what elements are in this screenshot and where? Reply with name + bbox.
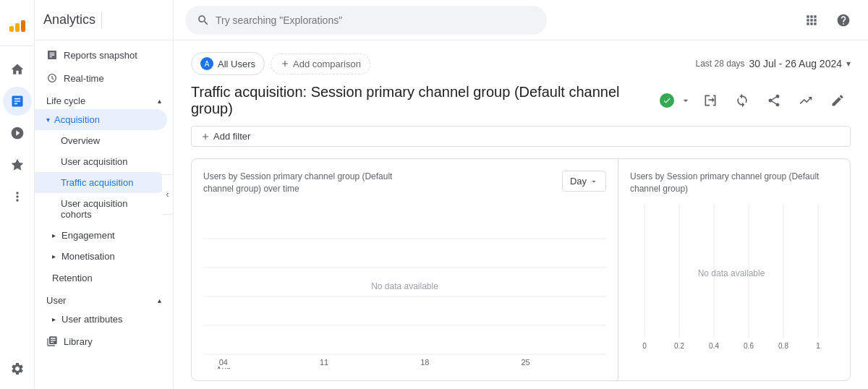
title-expand-icon[interactable]: [680, 95, 692, 106]
last-days-label: Last 28 days: [696, 59, 745, 69]
share-btn[interactable]: [761, 87, 787, 114]
lifecycle-chevron: [158, 97, 161, 105]
retention-label: Retention: [52, 273, 93, 283]
sidebar-item-reports-snapshot[interactable]: Reports snapshot: [35, 43, 167, 67]
configure-icon-btn[interactable]: [3, 182, 32, 211]
date-range-value: 30 Jul - 26 Aug 2024: [749, 58, 842, 69]
main-layout: A All Users Add comparison Last 28 days …: [174, 0, 868, 389]
add-comparison-chip[interactable]: Add comparison: [271, 54, 370, 74]
sidebar-item-overview[interactable]: Overview: [35, 130, 167, 151]
edit-btn[interactable]: [825, 87, 851, 114]
svg-text:25: 25: [521, 358, 529, 367]
sidebar-header: Analytics: [35, 0, 173, 40]
page-title: Traffic acquisition: Session primary cha…: [191, 84, 654, 117]
chart-area-right: No data available 0 0.2 0.4 0.6 0.8 1: [630, 204, 838, 363]
acquisition-chevron: [46, 116, 50, 124]
chart-area-left: No data available 04 Aug 11 18 25: [203, 210, 606, 369]
library-label: Library: [64, 336, 93, 347]
help-icon-btn[interactable]: [830, 7, 856, 33]
overview-label: Overview: [61, 135, 100, 146]
chart-left: Users by Session primary channel group (…: [192, 159, 618, 380]
monetisation-label: Monetisation: [61, 251, 115, 262]
svg-text:18: 18: [420, 358, 429, 367]
add-filter-btn[interactable]: Add filter: [191, 126, 851, 147]
monetisation-chevron: [52, 252, 56, 260]
svg-text:0.2: 0.2: [674, 342, 684, 350]
sidebar-item-engagement[interactable]: Engagement: [35, 225, 173, 246]
chart-svg-left: No data available 04 Aug 11 18 25: [203, 210, 606, 369]
day-select[interactable]: Day: [562, 171, 606, 192]
sidebar-item-user-attributes[interactable]: User attributes: [35, 309, 173, 330]
logo-area: [0, 6, 34, 46]
home-icon-btn[interactable]: [3, 55, 32, 84]
sidebar-item-real-time[interactable]: Real-time: [35, 67, 167, 90]
svg-text:0.8: 0.8: [778, 342, 788, 350]
sidebar-panel: Analytics Reports snapshot Real-time Lif…: [35, 0, 174, 389]
sidebar-item-user-acquisition[interactable]: User acquisition: [35, 151, 167, 172]
svg-text:0.4: 0.4: [709, 342, 719, 350]
user-chevron: [158, 296, 161, 304]
acquisition-label: Acquisition: [54, 114, 100, 125]
apps-icon-btn[interactable]: [799, 7, 825, 33]
sidebar-item-user-acquisition-cohorts[interactable]: User acquisition cohorts: [35, 193, 167, 225]
analytics-logo: [9, 20, 25, 32]
verified-badge: [660, 93, 674, 108]
chart-right-title: Users by Session primary channel group (…: [630, 171, 838, 195]
main-content-panel: A All Users Add comparison Last 28 days …: [174, 40, 868, 389]
engagement-chevron: [52, 231, 56, 239]
search-icon: [197, 14, 210, 27]
svg-text:11: 11: [320, 358, 328, 367]
add-filter-icon: [200, 132, 210, 142]
user-attributes-label: User attributes: [61, 314, 123, 325]
header-divider: [101, 12, 102, 29]
trend-btn[interactable]: [793, 87, 819, 114]
search-input[interactable]: [216, 14, 535, 26]
sidebar-item-library[interactable]: Library: [35, 330, 167, 353]
reports-snapshot-label: Reports snapshot: [64, 50, 137, 61]
search-bar[interactable]: [185, 6, 547, 35]
reports-icon-btn[interactable]: [3, 87, 32, 116]
user-label: User: [46, 295, 66, 306]
user-section[interactable]: User: [35, 289, 173, 309]
traffic-acquisition-label: Traffic acquisition: [61, 177, 133, 188]
user-acquisition-label: User acquisition: [61, 156, 128, 167]
settings-icon-btn[interactable]: [3, 354, 32, 383]
lifecycle-section[interactable]: Life cycle: [35, 90, 173, 109]
engagement-label: Engagement: [61, 230, 115, 241]
add-comparison-label: Add comparison: [293, 59, 361, 69]
svg-text:No data available: No data available: [371, 281, 438, 291]
user-attributes-chevron: [52, 315, 56, 323]
compare-view-btn[interactable]: [697, 87, 723, 114]
chart-svg-right: No data available 0 0.2 0.4 0.6 0.8 1: [630, 204, 838, 363]
content-area: A All Users Add comparison Last 28 days …: [174, 40, 868, 389]
icon-strip: [0, 0, 35, 389]
explore-icon-btn[interactable]: [3, 119, 32, 148]
lifecycle-label: Life cycle: [46, 95, 85, 106]
title-actions: [697, 87, 851, 114]
all-users-chip[interactable]: A All Users: [191, 52, 265, 75]
app-title: Analytics: [43, 12, 95, 27]
sidebar-collapse-btn[interactable]: ‹: [162, 174, 174, 215]
add-comparison-icon: [280, 59, 290, 69]
top-header: [174, 0, 868, 40]
svg-text:No data available: No data available: [698, 268, 765, 278]
filter-bar: A All Users Add comparison Last 28 days …: [191, 52, 851, 75]
refresh-btn[interactable]: [729, 87, 755, 114]
add-filter-label: Add filter: [213, 131, 250, 142]
user-acquisition-cohorts-label: User acquisition cohorts: [61, 198, 128, 220]
sidebar-item-traffic-acquisition[interactable]: Traffic acquisition: [35, 172, 167, 193]
date-dropdown-icon: ▾: [846, 59, 851, 69]
sidebar-item-acquisition[interactable]: Acquisition: [35, 109, 167, 130]
date-range-selector[interactable]: Last 28 days 30 Jul - 26 Aug 2024 ▾: [696, 58, 851, 69]
day-select-label: Day: [570, 176, 587, 187]
sidebar-item-retention[interactable]: Retention: [35, 267, 167, 289]
sidebar-item-monetisation[interactable]: Monetisation: [35, 246, 173, 267]
chart-right: Users by Session primary channel group (…: [618, 159, 850, 380]
page-title-row: Traffic acquisition: Session primary cha…: [191, 84, 851, 117]
real-time-label: Real-time: [64, 73, 104, 84]
advertising-icon-btn[interactable]: [3, 150, 32, 179]
chart-left-title: Users by Session primary channel group (…: [203, 171, 420, 195]
sidebar-nav: Reports snapshot Real-time Life cycle Ac…: [35, 40, 173, 389]
user-avatar: A: [200, 57, 213, 70]
charts-container: Users by Session primary channel group (…: [191, 158, 851, 381]
